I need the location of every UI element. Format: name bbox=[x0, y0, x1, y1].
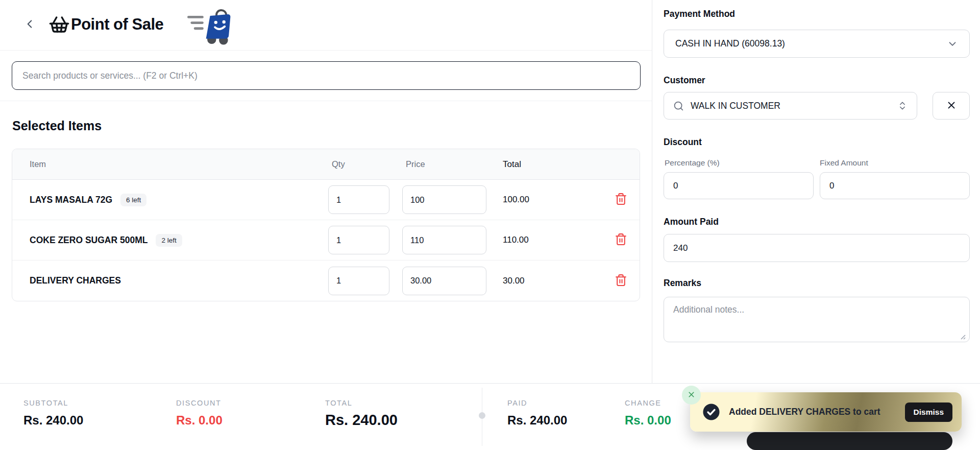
total-label: TOTAL bbox=[325, 399, 398, 407]
amount-paid-input[interactable] bbox=[664, 234, 970, 262]
shopping-basket-icon bbox=[47, 12, 71, 37]
customer-label: Customer bbox=[664, 75, 705, 86]
qty-input[interactable] bbox=[328, 267, 389, 295]
table-row: COKE ZERO SUGAR 500ML 2 left 110.00 bbox=[12, 220, 640, 260]
table-row: DELIVERY CHARGES 30.00 bbox=[12, 260, 640, 301]
discount-total-value: Rs. 0.00 bbox=[176, 413, 223, 428]
change-label: CHANGE bbox=[625, 399, 671, 407]
trash-icon bbox=[615, 193, 627, 207]
discount-percentage-label: Percentage (%) bbox=[665, 158, 720, 168]
selected-items-table: Item Qty Price Total LAYS MASALA 72G 6 l… bbox=[12, 149, 640, 301]
stock-badge: 2 left bbox=[156, 234, 182, 247]
trash-icon bbox=[615, 274, 627, 288]
paid-value: Rs. 240.00 bbox=[507, 413, 567, 428]
discount-label: Discount bbox=[664, 137, 702, 148]
toast-message: Added DELIVERY CHARGES to cart bbox=[729, 407, 905, 417]
trash-icon bbox=[615, 233, 627, 247]
discount-fixed-input[interactable] bbox=[820, 172, 970, 199]
qty-input[interactable] bbox=[328, 185, 389, 214]
table-header-row: Item Qty Price Total bbox=[12, 149, 640, 180]
table-row: LAYS MASALA 72G 6 left 100.00 bbox=[12, 180, 640, 220]
price-input[interactable] bbox=[402, 226, 486, 254]
page-header: Point of Sale bbox=[0, 0, 652, 51]
discount-block: DISCOUNT Rs. 0.00 bbox=[176, 384, 223, 428]
search-section bbox=[0, 51, 652, 101]
discount-total-label: DISCOUNT bbox=[176, 399, 223, 407]
amount-paid-label: Amount Paid bbox=[664, 217, 719, 227]
search-input[interactable] bbox=[12, 61, 641, 90]
price-input[interactable] bbox=[402, 267, 486, 295]
remarks-textarea[interactable] bbox=[664, 297, 970, 342]
discount-percentage-input[interactable] bbox=[664, 172, 814, 199]
dismiss-button[interactable]: Dismiss bbox=[905, 402, 952, 422]
total-value: Rs. 240.00 bbox=[325, 412, 398, 429]
column-header-total: Total bbox=[499, 159, 601, 170]
subtotal-label: SUBTOTAL bbox=[23, 399, 83, 407]
selected-items-heading: Selected Items bbox=[12, 119, 102, 133]
checkout-sidebar: Payment Method CASH IN HAND (60098.13) C… bbox=[653, 0, 980, 383]
line-total: 110.00 bbox=[499, 235, 601, 245]
pos-app: Point of Sale Selected Items bbox=[0, 0, 980, 450]
item-name: LAYS MASALA 72G bbox=[30, 195, 112, 205]
chevron-down-icon bbox=[947, 38, 958, 50]
check-circle-icon bbox=[702, 403, 720, 421]
stock-badge: 6 left bbox=[120, 194, 146, 206]
discount-fixed-label: Fixed Amount bbox=[820, 158, 868, 168]
payment-method-label: Payment Method bbox=[664, 9, 735, 19]
payment-method-value: CASH IN HAND (60098.13) bbox=[675, 38, 785, 49]
clear-customer-button[interactable] bbox=[933, 92, 970, 120]
paid-label: PAID bbox=[507, 399, 567, 407]
item-name: DELIVERY CHARGES bbox=[30, 275, 121, 286]
subtotal-block: SUBTOTAL Rs. 240.00 bbox=[23, 384, 83, 428]
payment-method-select[interactable]: CASH IN HAND (60098.13) bbox=[664, 30, 970, 58]
search-icon bbox=[673, 101, 684, 111]
column-header-item: Item bbox=[12, 159, 328, 169]
toast-close-button[interactable] bbox=[682, 386, 701, 405]
column-header-price: Price bbox=[402, 159, 499, 169]
remove-item-button[interactable] bbox=[612, 191, 630, 208]
remarks-label: Remarks bbox=[664, 278, 701, 289]
price-input[interactable] bbox=[402, 185, 486, 214]
chevrons-up-down-icon bbox=[897, 101, 908, 111]
line-total: 100.00 bbox=[499, 195, 601, 205]
toast-notification: Added DELIVERY CHARGES to cart Dismiss bbox=[690, 392, 962, 432]
chevron-left-icon bbox=[23, 17, 36, 32]
change-value: Rs. 0.00 bbox=[625, 413, 671, 428]
customer-value: WALK IN CUSTOMER bbox=[691, 101, 891, 111]
column-header-qty: Qty bbox=[328, 159, 402, 169]
complete-sale-button[interactable] bbox=[747, 432, 952, 450]
x-icon bbox=[687, 390, 696, 400]
page-title: Point of Sale bbox=[71, 15, 163, 34]
item-name: COKE ZERO SUGAR 500ML bbox=[30, 235, 148, 246]
x-icon bbox=[946, 100, 957, 112]
line-total: 30.00 bbox=[499, 276, 601, 286]
total-block: TOTAL Rs. 240.00 bbox=[325, 384, 398, 429]
back-button[interactable] bbox=[19, 14, 40, 35]
qty-input[interactable] bbox=[328, 226, 389, 254]
paid-block: PAID Rs. 240.00 bbox=[507, 384, 567, 428]
divider-dot bbox=[479, 412, 485, 419]
change-block: CHANGE Rs. 0.00 bbox=[625, 384, 671, 428]
remove-item-button[interactable] bbox=[612, 272, 630, 290]
cart-bag-logo-icon bbox=[185, 2, 234, 46]
main-panel: Point of Sale Selected Items bbox=[0, 0, 652, 383]
subtotal-value: Rs. 240.00 bbox=[23, 413, 83, 428]
remove-item-button[interactable] bbox=[612, 231, 630, 249]
customer-combobox[interactable]: WALK IN CUSTOMER bbox=[664, 92, 917, 120]
